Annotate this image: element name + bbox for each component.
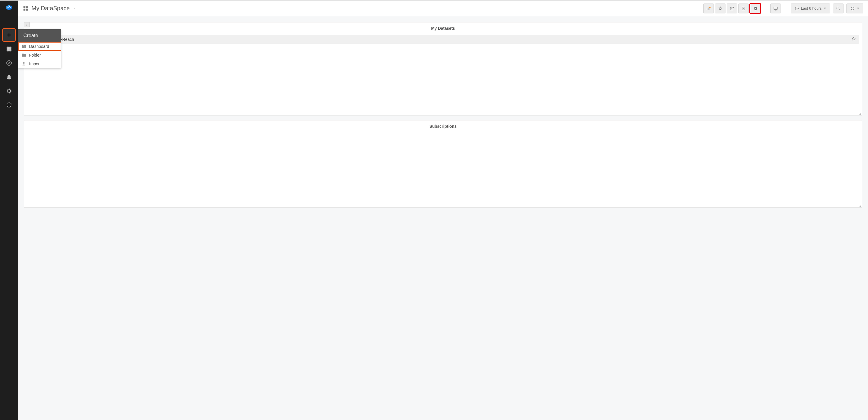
panel-subscriptions-title: Subscriptions	[24, 120, 862, 131]
create-dashboard-item[interactable]: Dashboard	[18, 42, 61, 51]
svg-rect-10	[24, 47, 26, 48]
create-flyout-header: Create	[18, 29, 61, 42]
create-import-label: Import	[29, 62, 41, 66]
settings-nav-button[interactable]	[3, 85, 15, 97]
svg-rect-17	[709, 7, 709, 10]
panel-resize-handle[interactable]	[858, 204, 861, 207]
svg-rect-21	[774, 7, 777, 9]
dataset-star-icon[interactable]	[851, 36, 856, 42]
svg-rect-15	[707, 8, 707, 10]
svg-rect-13	[24, 8, 26, 10]
svg-rect-14	[26, 8, 28, 10]
svg-rect-20	[743, 8, 744, 10]
panel-subscriptions: Subscriptions	[24, 120, 862, 208]
create-import-item[interactable]: Import	[18, 60, 61, 68]
svg-rect-8	[24, 44, 26, 46]
panel-datasets-title: My Datasets	[24, 23, 862, 33]
chevron-down-icon: ▼	[824, 7, 826, 10]
star-button[interactable]	[715, 3, 725, 13]
title-dropdown-caret[interactable]	[72, 6, 76, 11]
admin-shield-button[interactable]	[3, 99, 15, 111]
panel-resize-handle[interactable]	[858, 112, 861, 115]
toolbar-group-actions	[703, 3, 761, 13]
add-panel-button[interactable]	[703, 3, 714, 13]
svg-rect-4	[9, 49, 11, 51]
create-folder-label: Folder	[29, 53, 41, 57]
svg-rect-9	[22, 47, 24, 48]
content-scroll[interactable]: i My Datasets Vehicles Proof-of-Reach Su…	[18, 16, 868, 420]
svg-rect-12	[26, 6, 28, 8]
svg-rect-2	[9, 47, 11, 49]
main-area: My DataSpace	[18, 1, 868, 420]
app-logo[interactable]	[0, 1, 18, 14]
page-title[interactable]: My DataSpace	[31, 5, 70, 12]
time-range-button[interactable]: Last 6 hours ▼	[791, 3, 830, 13]
explore-button[interactable]	[3, 57, 15, 69]
create-dashboard-label: Dashboard	[29, 44, 49, 49]
svg-rect-7	[22, 44, 24, 46]
save-button[interactable]	[738, 3, 749, 13]
svg-rect-16	[708, 7, 708, 10]
dashboards-button[interactable]	[3, 43, 15, 55]
svg-marker-6	[8, 62, 10, 64]
svg-rect-11	[24, 6, 26, 8]
refresh-button[interactable]: ▼	[846, 3, 863, 13]
create-button[interactable]	[3, 29, 15, 41]
alerts-button[interactable]	[3, 71, 15, 83]
folder-icon	[22, 53, 26, 57]
settings-button[interactable]	[750, 3, 761, 13]
dashboard-crumb-icon	[23, 5, 29, 11]
share-button[interactable]	[726, 3, 737, 13]
panel-my-datasets: i My Datasets Vehicles Proof-of-Reach	[24, 22, 862, 116]
create-folder-item[interactable]: Folder	[18, 51, 61, 60]
svg-point-23	[837, 7, 839, 9]
chevron-down-icon: ▼	[857, 7, 860, 10]
create-flyout: Create Dashboard Folder Import	[18, 29, 61, 68]
dashboard-small-icon	[22, 44, 26, 49]
time-range-label: Last 6 hours	[801, 6, 822, 10]
dataset-row[interactable]: Vehicles Proof-of-Reach	[27, 35, 859, 44]
tv-mode-button[interactable]	[770, 3, 781, 13]
side-rail: Create Dashboard Folder Import	[0, 1, 18, 420]
zoom-out-button[interactable]	[833, 3, 843, 13]
svg-rect-3	[7, 49, 9, 51]
panel-info-icon[interactable]: i	[24, 22, 30, 27]
top-bar: My DataSpace	[18, 1, 868, 16]
import-icon	[22, 62, 26, 66]
svg-rect-1	[7, 47, 9, 49]
